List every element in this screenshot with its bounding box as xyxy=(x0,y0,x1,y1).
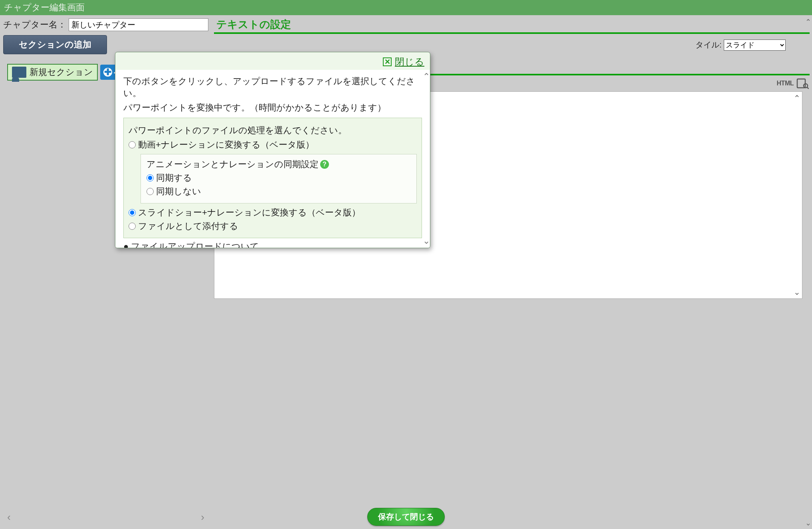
chevron-up-icon[interactable]: ⌃ xyxy=(805,18,811,26)
chapter-name-input[interactable] xyxy=(69,18,208,31)
chevron-down-icon[interactable]: ⌄ xyxy=(423,236,429,246)
text-settings-title: テキストの設定 xyxy=(216,18,291,32)
sync-title: アニメーションとナレーションの同期設定 xyxy=(147,158,319,170)
chevron-up-icon[interactable]: ⌃ xyxy=(423,71,429,82)
radio-sync-no[interactable] xyxy=(147,188,154,195)
radio-attach-file[interactable] xyxy=(129,223,136,230)
html-badge[interactable]: HTML xyxy=(777,80,794,87)
option-attach-file[interactable]: ファイルとして添付する xyxy=(129,220,417,232)
save-bar: 保存して閉じる xyxy=(0,508,812,526)
style-select[interactable]: スライド xyxy=(724,39,786,51)
radio-video-narration[interactable] xyxy=(129,141,136,148)
sync-yes-label: 同期する xyxy=(156,172,192,184)
modal-header: ✕ 閉じる xyxy=(115,52,430,70)
section-chip-label: 新規セクション xyxy=(30,66,93,78)
modal-line2: パワーポイントを変換中です。（時間がかかることがあります） xyxy=(123,102,422,114)
text-settings-header: テキストの設定 xyxy=(214,18,810,34)
teacher-icon xyxy=(12,67,26,78)
option-slideshow-narration-label: スライドショー+ナレーションに変換する（ベータ版） xyxy=(138,207,360,219)
save-close-button[interactable]: 保存して閉じる xyxy=(367,508,445,526)
option-attach-file-label: ファイルとして添付する xyxy=(138,220,238,232)
content-area: チャプター名： セクションの追加 新規セクション ✚ ペー ‹ › テキストの設… xyxy=(0,15,812,529)
help-icon[interactable]: ? xyxy=(320,160,329,169)
options-title: パワーポイントのファイルの処理を選んでください。 xyxy=(129,124,417,136)
modal-scrollbar[interactable]: ⌃ ⌄ xyxy=(423,71,429,246)
modal-body: 下のボタンをクリックし、アップロードするファイルを選択してください。 パワーポイ… xyxy=(115,70,430,248)
chapter-name-row: チャプター名： xyxy=(3,18,208,31)
close-icon[interactable]: ✕ xyxy=(383,57,392,66)
radio-slideshow-narration[interactable] xyxy=(129,209,136,216)
option-video-narration[interactable]: 動画+ナレーションに変換する（ベータ版） xyxy=(129,139,417,151)
radio-sync-yes[interactable] xyxy=(147,174,154,182)
style-label: タイル: xyxy=(695,40,722,49)
sync-settings-box: アニメーションとナレーションの同期設定 ? 同期する 同期しない xyxy=(141,154,417,203)
upload-modal: ✕ 閉じる 下のボタンをクリックし、アップロードするファイルを選択してください。… xyxy=(115,52,430,248)
style-row: タイル: スライド xyxy=(214,39,810,51)
chevron-down-icon[interactable]: ⌄ xyxy=(794,287,800,297)
plus-icon: ✚ xyxy=(103,68,112,77)
sync-no-label: 同期しない xyxy=(156,186,201,197)
chapter-name-label: チャプター名： xyxy=(3,19,66,31)
sync-yes-option[interactable]: 同期する xyxy=(147,172,411,184)
close-link[interactable]: 閉じる xyxy=(395,55,424,68)
app-title: チャプター編集画面 xyxy=(0,0,812,15)
chevron-up-icon[interactable]: ⌃ xyxy=(794,93,800,103)
upload-about-heading: ● ファイルアップロードについて xyxy=(123,241,422,248)
right-pane-scrollbar[interactable]: ⌃ ⌄ xyxy=(805,18,811,527)
section-chip[interactable]: 新規セクション xyxy=(7,64,98,81)
option-video-narration-label: 動画+ナレーションに変換する（ベータ版） xyxy=(138,139,314,151)
option-slideshow-narration[interactable]: スライドショー+ナレーションに変換する（ベータ版） xyxy=(129,207,417,219)
sync-no-option[interactable]: 同期しない xyxy=(147,186,411,197)
options-box: パワーポイントのファイルの処理を選んでください。 動画+ナレーションに変換する（… xyxy=(123,118,422,238)
add-section-button[interactable]: セクションの追加 xyxy=(3,35,107,54)
modal-line1: 下のボタンをクリックし、アップロードするファイルを選択してください。 xyxy=(123,75,422,99)
sync-title-row: アニメーションとナレーションの同期設定 ? xyxy=(147,158,411,170)
